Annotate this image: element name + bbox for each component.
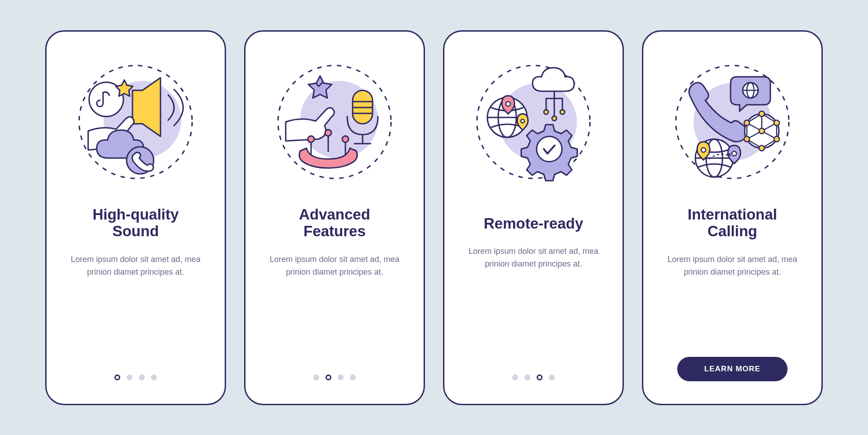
svg-point-49 bbox=[774, 136, 779, 142]
dot-0[interactable] bbox=[313, 374, 319, 380]
screen-description: Lorem ipsum dolor sit amet ad, mea prini… bbox=[267, 253, 402, 279]
onboarding-screen-international: International Calling Lorem ipsum dolor … bbox=[642, 30, 823, 405]
svg-point-14 bbox=[342, 136, 349, 142]
screen-description: Lorem ipsum dolor sit amet ad, mea prini… bbox=[466, 245, 601, 271]
screen-title: Remote-ready bbox=[484, 215, 583, 232]
svg-point-52 bbox=[744, 120, 750, 126]
dot-3[interactable] bbox=[151, 374, 157, 380]
svg-point-13 bbox=[325, 130, 331, 136]
dot-1[interactable] bbox=[326, 374, 331, 380]
screen-title: High-quality Sound bbox=[93, 206, 179, 240]
svg-point-48 bbox=[774, 120, 779, 126]
dot-2[interactable] bbox=[338, 374, 344, 380]
svg-point-12 bbox=[308, 136, 314, 142]
svg-point-26 bbox=[544, 110, 548, 114]
screen-description: Lorem ipsum dolor sit amet ad, mea prini… bbox=[68, 253, 203, 279]
pagination-dots bbox=[114, 374, 157, 380]
onboarding-screen-features: Advanced Features Lorem ipsum dolor sit … bbox=[244, 30, 425, 405]
onboarding-screen-sound: High-quality Sound Lorem ipsum dolor sit… bbox=[45, 30, 226, 405]
svg-point-29 bbox=[537, 136, 562, 162]
dot-0[interactable] bbox=[114, 374, 120, 380]
onboarding-screens-row: High-quality Sound Lorem ipsum dolor sit… bbox=[27, 3, 841, 432]
dot-2[interactable] bbox=[537, 374, 542, 380]
svg-point-23 bbox=[506, 102, 510, 106]
screen-title: International Calling bbox=[688, 206, 777, 240]
dot-3[interactable] bbox=[549, 374, 555, 380]
svg-point-58 bbox=[732, 151, 736, 156]
svg-point-57 bbox=[701, 148, 706, 152]
svg-point-51 bbox=[744, 136, 750, 142]
illustration-international bbox=[669, 59, 796, 185]
screen-title: Advanced Features bbox=[299, 206, 370, 240]
dot-1[interactable] bbox=[127, 374, 132, 380]
pagination-dots bbox=[512, 374, 555, 380]
illustration-remote bbox=[470, 59, 597, 185]
illustration-sound bbox=[72, 59, 199, 185]
svg-point-27 bbox=[560, 110, 565, 114]
dot-0[interactable] bbox=[512, 374, 518, 380]
svg-point-53 bbox=[759, 128, 764, 134]
svg-point-24 bbox=[521, 119, 524, 123]
screen-description: Lorem ipsum dolor sit amet ad, mea prini… bbox=[665, 253, 800, 279]
illustration-features bbox=[271, 59, 398, 185]
svg-point-50 bbox=[759, 145, 764, 151]
dot-3[interactable] bbox=[350, 374, 356, 380]
svg-point-28 bbox=[552, 116, 557, 121]
pagination-dots bbox=[313, 374, 356, 380]
onboarding-screen-remote: Remote-ready Lorem ipsum dolor sit amet … bbox=[443, 30, 624, 405]
svg-point-47 bbox=[759, 111, 764, 117]
dot-2[interactable] bbox=[139, 374, 145, 380]
dot-1[interactable] bbox=[524, 374, 530, 380]
learn-more-button[interactable]: LEARN MORE bbox=[677, 357, 788, 381]
